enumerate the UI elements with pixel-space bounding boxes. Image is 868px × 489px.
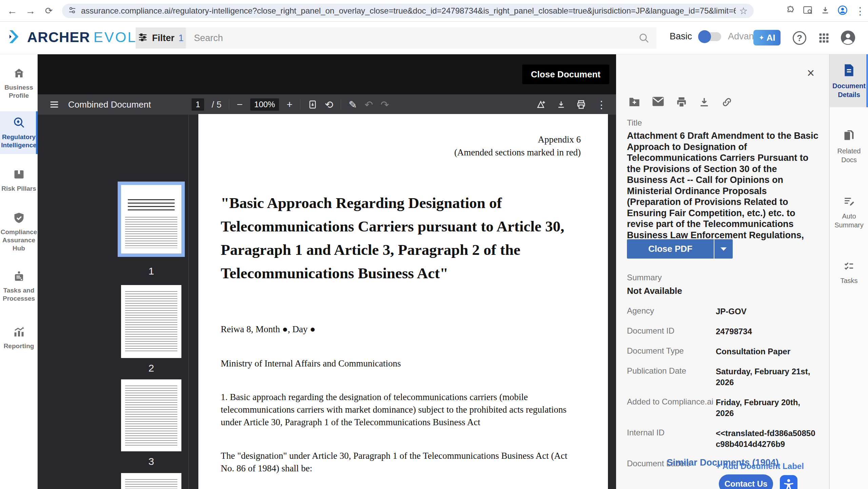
mode-basic-label: Basic xyxy=(670,31,692,42)
zoom-out-button[interactable]: − xyxy=(237,99,243,110)
redo-icon[interactable]: ↷ xyxy=(380,99,389,111)
thumbnail-page-4[interactable] xyxy=(121,473,181,489)
field-value: Saturday, February 21st, 2026 xyxy=(716,366,819,388)
email-icon[interactable] xyxy=(652,96,664,108)
metadata-row-publication-date: Publication Date Saturday, February 21st… xyxy=(627,366,819,388)
profile-icon[interactable] xyxy=(837,5,848,17)
browser-back-icon[interactable]: ← xyxy=(5,3,20,18)
rail-tab-auto-summary[interactable]: Auto Summary xyxy=(830,189,868,236)
reading-mode-icon[interactable] xyxy=(803,5,813,16)
sidebar-item-label: Tasks and Processes xyxy=(1,286,36,303)
add-to-folder-icon[interactable] xyxy=(628,96,640,108)
page-number-input[interactable]: 1 xyxy=(192,98,204,111)
url-bar[interactable]: assurance.compliance.ai/regulatory-intel… xyxy=(62,4,754,18)
similar-documents-link[interactable]: Similar Documents (1904) xyxy=(616,457,829,468)
thumbnail-page-3[interactable] xyxy=(121,379,181,451)
filter-sliders-icon xyxy=(138,32,148,44)
user-avatar[interactable] xyxy=(840,30,856,47)
help-icon[interactable]: ? xyxy=(793,31,806,45)
document-title: "Basic Approach Regarding Designation of… xyxy=(221,191,581,285)
metadata-row-agency: Agency JP-GOV xyxy=(627,306,819,317)
browser-menu-icon[interactable]: ⋮ xyxy=(855,5,865,17)
add-shape-icon[interactable] xyxy=(536,99,546,110)
tasks-processes-icon xyxy=(13,270,25,284)
rail-tab-tasks[interactable]: Tasks xyxy=(830,255,868,291)
extensions-icon[interactable] xyxy=(786,5,795,16)
app-header: ARCHER EVOLV ™ Filter 1 Basic Advanced ✦ xyxy=(0,22,868,54)
appendix-label: Appendix 6 xyxy=(221,133,581,146)
body-paragraph-2: The "designation" under Article 30, Para… xyxy=(221,450,581,475)
thumb-fake-text xyxy=(125,291,177,352)
rail-tab-related-docs[interactable]: Related Docs xyxy=(830,123,868,170)
fit-page-icon[interactable] xyxy=(308,100,317,109)
field-label: Internal ID xyxy=(627,428,716,450)
title-label: Title xyxy=(627,118,642,128)
sidebar-item-compliance-assurance-hub[interactable]: Compliance Assurance Hub xyxy=(0,207,38,257)
download-document-icon[interactable] xyxy=(699,96,710,108)
field-value: 24798734 xyxy=(716,326,752,337)
rotate-icon[interactable]: ⟲ xyxy=(325,99,333,111)
browser-reload-icon[interactable]: ⟳ xyxy=(41,3,56,18)
close-pdf-split-button: Close PDF xyxy=(627,239,733,259)
rail-tab-label: Tasks xyxy=(840,276,857,285)
close-pdf-button[interactable]: Close PDF xyxy=(627,239,714,259)
metadata-list: Agency JP-GOV Document ID 24798734 Docum… xyxy=(627,306,819,481)
annotate-pen-icon[interactable]: ✎ xyxy=(349,99,357,111)
sidebar-item-tasks-and-processes[interactable]: Tasks and Processes xyxy=(0,265,38,307)
field-value: Friday, February 20th, 2026 xyxy=(716,397,819,419)
copy-link-icon[interactable] xyxy=(721,96,733,108)
bookmark-star-icon[interactable]: ☆ xyxy=(739,5,748,17)
regulatory-intelligence-icon xyxy=(13,116,25,130)
thumbnail-page-2[interactable] xyxy=(121,285,181,358)
basic-advanced-switch[interactable] xyxy=(699,32,721,41)
logo-chevron-icon xyxy=(8,29,24,45)
download-icon[interactable] xyxy=(556,100,566,109)
print-icon[interactable] xyxy=(576,99,586,110)
pdf-page[interactable]: Appendix 6 (Amended sections marked in r… xyxy=(198,114,608,489)
compliance-assurance-icon xyxy=(13,212,25,225)
sidebar-item-label: Regulatory Intelligence xyxy=(1,133,37,149)
url-text[interactable]: assurance.compliance.ai/regulatory-intel… xyxy=(81,6,736,16)
risk-pillars-icon xyxy=(13,168,25,182)
filter-button[interactable]: Filter 1 xyxy=(136,27,186,49)
rail-tab-document-details[interactable]: Document Details xyxy=(830,54,868,107)
undo-icon[interactable]: ↶ xyxy=(364,99,373,111)
site-settings-icon[interactable] xyxy=(68,6,76,16)
apps-grid-icon[interactable] xyxy=(818,32,830,45)
left-sidebar: Business Profile Regulatory Intelligence… xyxy=(0,54,38,489)
sidebar-item-regulatory-intelligence[interactable]: Regulatory Intelligence xyxy=(0,111,38,154)
sidebar-toggle-icon[interactable] xyxy=(49,99,59,110)
metadata-row-added-date: Added to Compliance.ai Friday, February … xyxy=(627,397,819,419)
toolbar-divider xyxy=(300,99,300,110)
close-pdf-dropdown[interactable] xyxy=(714,239,733,259)
related-docs-icon xyxy=(843,129,855,143)
close-document-button[interactable]: Close Document xyxy=(522,64,609,84)
downloads-icon[interactable] xyxy=(821,5,830,16)
search-icon[interactable] xyxy=(638,27,656,49)
thumbnail-page-label: 1 xyxy=(121,265,181,277)
ai-button[interactable]: ✦ AI xyxy=(753,30,781,45)
browser-forward-icon[interactable]: → xyxy=(23,3,38,18)
sidebar-item-label: Business Profile xyxy=(1,83,36,100)
right-rail: Document Details Related Docs Auto Summa… xyxy=(829,54,868,489)
thumb-fake-text xyxy=(125,217,177,248)
accessibility-icon[interactable] xyxy=(780,475,797,489)
field-value: Consultation Paper xyxy=(716,346,790,357)
sparkle-icon: ✦ xyxy=(759,34,765,42)
search-input[interactable] xyxy=(186,27,638,49)
field-label: Publication Date xyxy=(627,366,716,388)
metadata-row-internal-id: Internal ID <<translated-fd386a50850c98b… xyxy=(627,428,819,450)
rail-tab-label: Document Details xyxy=(832,81,866,99)
sidebar-item-business-profile[interactable]: Business Profile xyxy=(0,62,38,105)
filter-count-badge: 1 xyxy=(178,33,183,43)
close-panel-icon[interactable]: × xyxy=(807,67,814,79)
zoom-level[interactable]: 100% xyxy=(250,98,279,111)
more-options-icon[interactable]: ⋮ xyxy=(596,99,607,111)
print-document-icon[interactable] xyxy=(676,96,687,108)
zoom-in-button[interactable]: + xyxy=(287,99,293,110)
contact-us-button[interactable]: Contact Us xyxy=(719,474,773,489)
sidebar-item-risk-pillars[interactable]: Risk Pillars xyxy=(0,164,38,198)
sidebar-item-reporting[interactable]: Reporting xyxy=(0,321,38,355)
thumbnail-page-label: 3 xyxy=(121,456,181,467)
thumbnail-page-1[interactable] xyxy=(121,185,181,253)
